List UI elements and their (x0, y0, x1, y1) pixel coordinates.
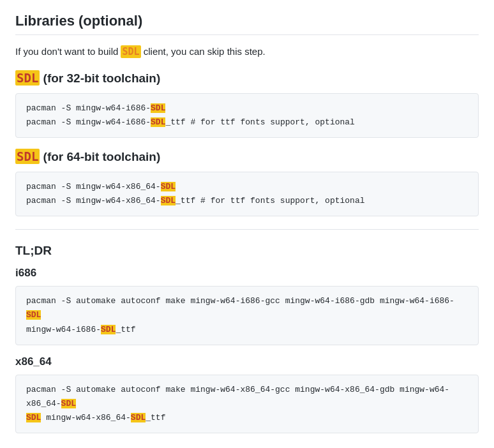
code-64-line2-before: pacman -S mingw-w64-x86_64- (26, 196, 161, 205)
tldr-x86-64-line2-after: mingw-w64-x86_64- (41, 413, 130, 422)
tldr-section: TL;DR i686 pacman -S automake autoconf m… (15, 229, 479, 433)
tldr-i686-line2: mingw-w64-i686-SDL_ttf (26, 323, 468, 337)
code-line-32-1: pacman -S mingw-w64-i686-SDL (26, 101, 468, 116)
code-block-64: pacman -S mingw-w64-x86_64-SDL pacman -S… (15, 172, 479, 216)
page-title: Libraries (optional) (15, 13, 479, 35)
sdl-64-heading-text: (for 64-bit toolchain) (40, 150, 160, 163)
tldr-heading: TL;DR (15, 244, 479, 258)
tldr-i686-line1-sdl: SDL (26, 310, 41, 320)
intro-paragraph: If you don't want to build SDL client, y… (15, 44, 479, 59)
code-32-line2-before: pacman -S mingw-w64-i686- (26, 117, 151, 127)
code-64-line2-sdl: SDL (161, 196, 176, 205)
code-32-line1-sdl: SDL (151, 103, 165, 113)
tldr-i686-line2-sdl: SDL (101, 325, 116, 334)
code-64-line2-after: _ttf # for ttf fonts support, optional (176, 196, 364, 205)
code-32-line2-after: _ttf # for ttf fonts support, optional (165, 117, 354, 127)
x86_64-heading: x86_64 (15, 355, 479, 368)
intro-text-after: client, you can skip this step. (141, 46, 266, 57)
tldr-i686-line2-before: mingw-w64-i686- (26, 325, 101, 334)
sdl-32-badge: SDL (15, 70, 40, 86)
code-64-line1-sdl: SDL (161, 182, 176, 191)
tldr-x86-64-line1-before: pacman -S automake autoconf make mingw-w… (26, 385, 449, 408)
intro-sdl-highlight: SDL (121, 45, 140, 58)
code-line-32-2: pacman -S mingw-w64-i686-SDL_ttf # for t… (26, 116, 468, 130)
sdl-64-badge: SDL (15, 149, 40, 164)
code-block-32: pacman -S mingw-w64-i686-SDL pacman -S m… (15, 93, 479, 138)
tldr-i686-line2-after: _ttf (116, 325, 135, 334)
tldr-x86-64-line1-sdl: SDL (61, 399, 76, 408)
tldr-x86-64-line1: pacman -S automake autoconf make mingw-w… (26, 383, 468, 411)
tldr-x86-64-line2-sdl: SDL (26, 413, 41, 422)
code-64-line1-before: pacman -S mingw-w64-x86_64- (26, 182, 161, 191)
section-64-heading: SDL (for 64-bit toolchain) (15, 149, 479, 164)
tldr-i686-line: pacman -S automake autoconf make mingw-w… (26, 294, 468, 322)
i686-heading: i686 (15, 267, 479, 280)
tldr-i686-line1-before: pacman -S automake autoconf make mingw-w… (26, 296, 454, 306)
code-32-line2-sdl: SDL (151, 117, 165, 127)
sdl-32-heading-text: (for 32-bit toolchain) (40, 71, 160, 85)
code-block-tldr-x86-64: pacman -S automake autoconf make mingw-w… (15, 375, 479, 433)
code-line-64-2: pacman -S mingw-w64-x86_64-SDL_ttf # for… (26, 194, 468, 208)
tldr-x86-64-line2-ttf: _ttf (146, 413, 165, 422)
section-32-heading: SDL (for 32-bit toolchain) (15, 71, 479, 86)
code-line-64-1: pacman -S mingw-w64-x86_64-SDL (26, 180, 468, 194)
code-block-tldr-i686: pacman -S automake autoconf make mingw-w… (15, 286, 479, 345)
tldr-x86-64-line2: SDL mingw-w64-x86_64-SDL_ttf (26, 411, 468, 425)
code-32-line1-before: pacman -S mingw-w64-i686- (26, 103, 151, 113)
tldr-x86-64-line2-sdl2: SDL (131, 413, 146, 422)
intro-text-before: If you don't want to build (15, 46, 121, 57)
